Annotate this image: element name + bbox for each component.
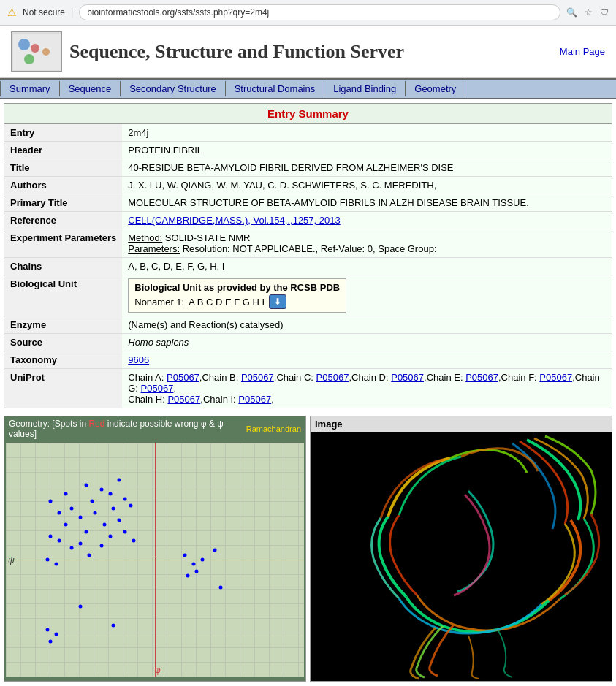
not-secure-label: Not secure <box>23 7 65 18</box>
separator: | <box>71 7 73 18</box>
label-header: Header <box>4 142 123 159</box>
ramachandran-dot <box>186 574 189 578</box>
params-value: Resolution: NOT APPLICABLE., Ref-Value: … <box>183 243 437 254</box>
value-primary-title: MOLECULAR STRUCTURE OF BETA-AMYLOID FIBR… <box>122 194 612 212</box>
uniprot-f[interactable]: P05067 <box>539 372 572 383</box>
ramachandran-label: Ramachandran <box>246 424 301 433</box>
taxonomy-link[interactable]: 9606 <box>128 354 149 365</box>
ramachandran-dot <box>118 518 121 522</box>
method-value: SOLID-STATE NMR <box>165 232 251 243</box>
label-experiment: Experiment Parameters <box>4 229 123 258</box>
logo-image <box>11 31 62 72</box>
shield-icon[interactable]: 🛡 <box>600 7 609 18</box>
value-authors: J. X. LU, W. QIANG, W. M. YAU, C. D. SCH… <box>122 177 612 194</box>
ramachandran-dot <box>192 563 196 566</box>
nav-tabs: Summary Sequence Secondary Structure Str… <box>0 78 616 99</box>
ramachandran-dot <box>49 500 53 503</box>
search-icon[interactable]: 🔍 <box>566 7 577 18</box>
uniprot-a[interactable]: P05067 <box>167 372 199 383</box>
uniprot-i[interactable]: P05067 <box>238 394 271 405</box>
ramachandran-dot <box>46 628 50 632</box>
value-title: 40-RESIDUE BETA-AMYLOID FIBRIL DERIVED F… <box>122 159 612 177</box>
svg-point-3 <box>24 54 34 64</box>
label-enzyme: Enzyme <box>4 316 123 334</box>
value-enzyme: (Name(s) and Reaction(s) catalysed) <box>122 316 612 334</box>
geometry-section: Geometry: [Spots in Red indicate possibl… <box>4 416 612 682</box>
entry-summary-table: Entry Summary Entry 2m4j Header PROTEIN … <box>4 103 612 408</box>
nonamer-chains: A B C D E F G H I <box>189 297 265 308</box>
bio-unit-title: Biological Unit as provided by the RCSB … <box>134 282 340 293</box>
value-biological-unit: Biological Unit as provided by the RCSB … <box>122 275 612 316</box>
ramachandran-dot <box>55 633 58 636</box>
tab-sequence[interactable]: Sequence <box>60 81 121 96</box>
image-header: Image <box>311 416 612 432</box>
value-experiment: Method: SOLID-STATE NMR Parameters: Reso… <box>122 229 612 258</box>
ramachandran-dot <box>218 586 222 590</box>
tab-ligand-binding[interactable]: Ligand Binding <box>324 81 406 96</box>
method-label: Method: <box>128 232 162 243</box>
svg-point-4 <box>42 48 50 56</box>
value-uniprot: Chain A: P05067,Chain B: P05067,Chain C:… <box>122 369 612 408</box>
geometry-panel: Geometry: [Spots in Red indicate possibl… <box>4 416 306 682</box>
label-taxonomy: Taxonomy <box>4 351 123 369</box>
ramachandran-dot <box>195 570 199 573</box>
tab-structural-domains[interactable]: Structural Domains <box>226 81 325 96</box>
ramachandran-dot <box>69 546 73 550</box>
ramachandran-dot <box>123 497 127 500</box>
reference-link[interactable]: CELL(CAMBRIDGE,MASS.), Vol.154,.,1257, 2… <box>128 215 340 226</box>
image-panel: Image <box>310 416 612 682</box>
value-source: Homo sapiens <box>122 334 612 351</box>
tab-geometry[interactable]: Geometry <box>406 81 465 96</box>
svg-point-1 <box>18 39 30 50</box>
ramachandran-dot <box>58 511 61 515</box>
uniprot-g[interactable]: P05067 <box>141 383 174 394</box>
ramachandran-dot <box>85 530 88 533</box>
tab-secondary-structure[interactable]: Secondary Structure <box>121 81 226 96</box>
main-page-link[interactable]: Main Page <box>560 46 605 57</box>
ramachandran-dot <box>201 558 205 562</box>
label-entry: Entry <box>4 124 123 142</box>
nonamer-label: Nonamer 1: <box>134 297 184 308</box>
uniprot-c[interactable]: P05067 <box>316 372 349 383</box>
download-button[interactable]: ⬇ <box>269 294 286 309</box>
phi-label: φ <box>155 665 161 675</box>
ramachandran-dot <box>108 492 112 496</box>
uniprot-h[interactable]: P05067 <box>167 394 200 405</box>
url-bar[interactable]: bioinformaticstools.org/ssfs/ssfs.php?qr… <box>79 4 560 20</box>
ramachandran-dot <box>64 492 67 496</box>
uniprot-d[interactable]: P05067 <box>391 372 424 383</box>
value-entry: 2m4j <box>122 124 612 142</box>
tab-summary[interactable]: Summary <box>0 81 60 96</box>
browser-bar: ⚠ Not secure | bioinformaticstools.org/s… <box>0 0 616 26</box>
svg-point-2 <box>31 44 39 53</box>
label-authors: Authors <box>4 177 123 194</box>
bookmark-icon[interactable]: ☆ <box>585 7 593 18</box>
ramachandran-dot <box>99 544 103 547</box>
ramachandran-dot <box>91 500 94 503</box>
ramachandran-dot <box>46 558 50 562</box>
ramachandran-dot <box>79 516 83 519</box>
uniprot-b[interactable]: P05067 <box>241 372 274 383</box>
label-chains: Chains <box>4 258 123 275</box>
label-primary-title: Primary Title <box>4 194 123 212</box>
ramachandran-dot <box>123 530 127 533</box>
site-header: Sequence, Structure and Function Server … <box>0 26 616 78</box>
geometry-label: Geometry: [Spots in Red indicate possibl… <box>9 419 246 439</box>
ramachandran-dot <box>49 640 53 644</box>
label-biological-unit: Biological Unit <box>4 275 123 316</box>
ramachandran-dot <box>85 483 88 487</box>
ramachandran-dot <box>79 605 83 609</box>
ramachandran-dot <box>88 553 91 557</box>
ramachandran-dot <box>79 541 83 545</box>
ramachandran-dot <box>111 506 115 510</box>
site-title: Sequence, Structure and Function Server <box>69 41 404 63</box>
ramachandran-dot <box>183 553 186 557</box>
ramachandran-dot <box>58 539 61 543</box>
site-logo: Sequence, Structure and Function Server <box>11 31 404 72</box>
uniprot-e[interactable]: P05067 <box>465 372 498 383</box>
ramachandran-dot <box>118 479 121 482</box>
geometry-header: Geometry: [Spots in Red indicate possibl… <box>4 416 305 441</box>
psi-label: ψ <box>8 555 15 565</box>
ramachandran-dot <box>102 523 106 527</box>
ramachandran-dot <box>213 549 216 552</box>
